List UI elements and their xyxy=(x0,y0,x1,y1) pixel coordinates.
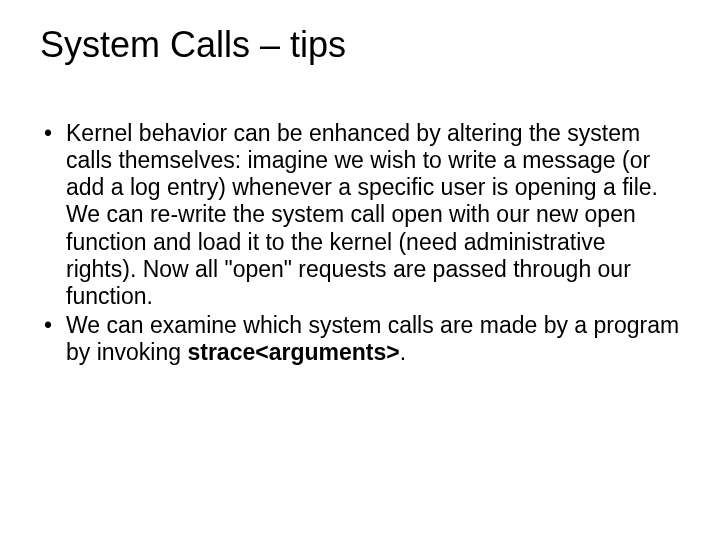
bullet-list: Kernel behavior can be enhanced by alter… xyxy=(40,120,680,366)
bullet-text-after: . xyxy=(400,339,406,365)
bullet-bold: strace<arguments> xyxy=(187,339,399,365)
slide: System Calls – tips Kernel behavior can … xyxy=(0,0,720,540)
slide-title: System Calls – tips xyxy=(40,24,680,66)
list-item: Kernel behavior can be enhanced by alter… xyxy=(40,120,680,310)
bullet-text: Kernel behavior can be enhanced by alter… xyxy=(66,120,658,309)
slide-body: Kernel behavior can be enhanced by alter… xyxy=(40,120,680,366)
list-item: We can examine which system calls are ma… xyxy=(40,312,680,366)
